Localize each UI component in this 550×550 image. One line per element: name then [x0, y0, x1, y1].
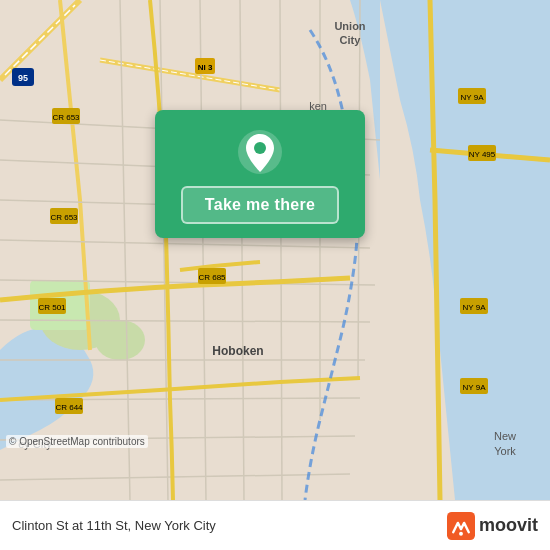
svg-text:NY 495: NY 495: [469, 150, 496, 159]
svg-text:Hoboken: Hoboken: [212, 344, 263, 358]
svg-point-53: [459, 531, 463, 535]
svg-text:CR 501: CR 501: [38, 303, 66, 312]
svg-text:City: City: [340, 34, 362, 46]
svg-rect-52: [447, 512, 475, 540]
bottom-bar: Clinton St at 11th St, New York City moo…: [0, 500, 550, 550]
take-me-there-button[interactable]: Take me there: [181, 186, 339, 224]
svg-text:CR 653: CR 653: [52, 113, 80, 122]
location-label: Clinton St at 11th St, New York City: [12, 518, 439, 533]
svg-text:York: York: [494, 445, 516, 457]
svg-text:CR 685: CR 685: [198, 273, 226, 282]
svg-text:Union: Union: [334, 20, 365, 32]
location-pin-icon: [236, 128, 284, 176]
svg-text:NY 9A: NY 9A: [463, 383, 487, 392]
osm-credit: © OpenStreetMap contributors: [6, 435, 148, 448]
svg-text:CR 644: CR 644: [55, 403, 83, 412]
svg-text:CR 653: CR 653: [50, 213, 78, 222]
svg-text:NI 3: NI 3: [198, 63, 213, 72]
moovit-logo: moovit: [447, 512, 538, 540]
svg-text:NY 9A: NY 9A: [461, 93, 485, 102]
svg-text:NY 9A: NY 9A: [463, 303, 487, 312]
action-card: Take me there: [155, 110, 365, 238]
svg-text:New: New: [494, 430, 516, 442]
map-container: 95 NI 3 CR 653 CR 653 CR 685 CR 501 CR 6…: [0, 0, 550, 500]
svg-point-51: [254, 142, 266, 154]
moovit-brand-text: moovit: [479, 515, 538, 536]
svg-text:95: 95: [18, 73, 28, 83]
svg-point-2: [95, 320, 145, 360]
moovit-logo-icon: [447, 512, 475, 540]
